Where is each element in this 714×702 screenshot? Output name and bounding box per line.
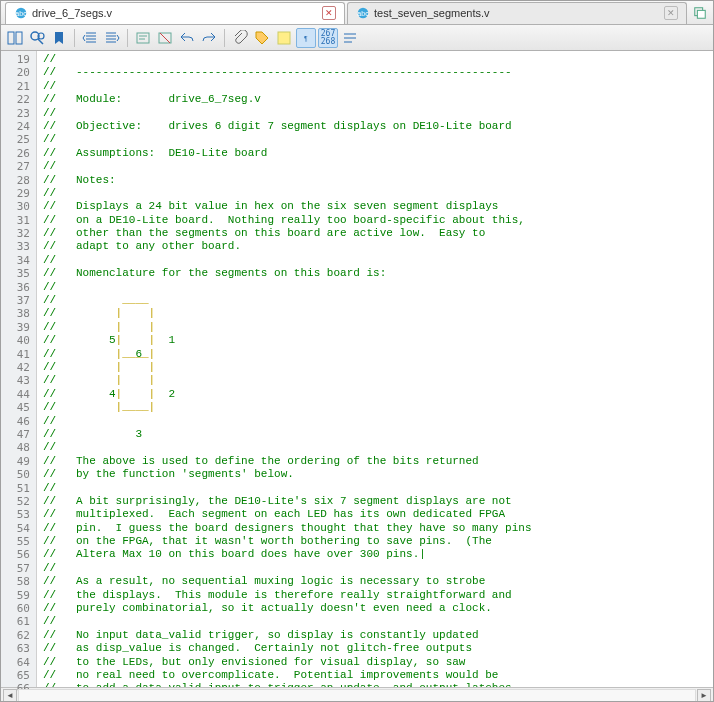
code-line: // Assumptions: DE10-Lite board bbox=[43, 147, 713, 160]
code-line: // No input data_valid trigger, so displ… bbox=[43, 629, 713, 642]
code-line: // Notes: bbox=[43, 174, 713, 187]
line-number: 26 bbox=[1, 147, 36, 160]
code-line: // Altera Max 10 on this board does have… bbox=[43, 548, 713, 561]
line-number: 51 bbox=[1, 482, 36, 495]
code-line: // 4 2 | | bbox=[43, 388, 713, 401]
code-line: // The above is used to define the order… bbox=[43, 455, 713, 468]
line-number: 38 bbox=[1, 307, 36, 320]
code-text-area[interactable]: //// -----------------------------------… bbox=[37, 51, 713, 687]
code-line: // on the FPGA, that it wasn't worth bot… bbox=[43, 535, 713, 548]
code-line: // to the LEDs, but only envisioned for … bbox=[43, 656, 713, 669]
scroll-left-button[interactable]: ◄ bbox=[3, 689, 17, 703]
line-number: 49 bbox=[1, 455, 36, 468]
code-line: // | | bbox=[43, 321, 713, 334]
line-gutter[interactable]: 1920212223242526272829303132333435363738… bbox=[1, 51, 37, 687]
code-line: // no real need to overcomplicate. Poten… bbox=[43, 669, 713, 682]
svg-text:¶: ¶ bbox=[304, 35, 308, 42]
code-line: // 3 bbox=[43, 428, 713, 441]
line-number: 45 bbox=[1, 401, 36, 414]
svg-rect-7 bbox=[16, 32, 22, 44]
code-line: // ____ bbox=[43, 294, 713, 307]
redo-button[interactable] bbox=[199, 28, 219, 48]
line-number: 41 bbox=[1, 348, 36, 361]
line-number: 36 bbox=[1, 281, 36, 294]
line-number: 37 bbox=[1, 294, 36, 307]
code-line: // 6 |____| bbox=[43, 348, 713, 361]
line-number: 43 bbox=[1, 374, 36, 387]
tab-test-seven-segments[interactable]: abc test_seven_segments.v ✕ bbox=[347, 2, 687, 24]
wrap-button[interactable] bbox=[340, 28, 360, 48]
code-line: // bbox=[43, 281, 713, 294]
line-number-button[interactable]: 267 268 bbox=[318, 28, 338, 48]
line-num-bottom: 268 bbox=[321, 38, 335, 46]
whitespace-button[interactable]: ¶ bbox=[296, 28, 316, 48]
code-line: // to add a data_valid input to trigger … bbox=[43, 682, 713, 687]
line-number: 30 bbox=[1, 200, 36, 213]
code-line: // Module: drive_6_7seg.v bbox=[43, 93, 713, 106]
close-icon[interactable]: ✕ bbox=[664, 6, 678, 20]
svg-line-9 bbox=[38, 39, 43, 44]
outdent-button[interactable] bbox=[80, 28, 100, 48]
line-number: 23 bbox=[1, 107, 36, 120]
line-number: 21 bbox=[1, 80, 36, 93]
line-number: 65 bbox=[1, 669, 36, 682]
line-number: 28 bbox=[1, 174, 36, 187]
uncomment-button[interactable] bbox=[155, 28, 175, 48]
tag-button[interactable] bbox=[252, 28, 272, 48]
tab-drive-6-7segs[interactable]: abc drive_6_7segs.v ✕ bbox=[5, 2, 345, 24]
code-line: // the displays. This module is therefor… bbox=[43, 589, 713, 602]
find-button[interactable] bbox=[27, 28, 47, 48]
horizontal-scrollbar[interactable]: ◄ ► bbox=[1, 687, 713, 702]
toggle-split-button[interactable] bbox=[5, 28, 25, 48]
line-number: 59 bbox=[1, 589, 36, 602]
code-line: // | | bbox=[43, 361, 713, 374]
close-icon[interactable]: ✕ bbox=[322, 6, 336, 20]
line-number: 19 bbox=[1, 53, 36, 66]
line-number: 53 bbox=[1, 508, 36, 521]
line-number: 56 bbox=[1, 548, 36, 561]
code-line: // purely combinatorial, so it actually … bbox=[43, 602, 713, 615]
editor-area: 1920212223242526272829303132333435363738… bbox=[1, 51, 713, 687]
comment-button[interactable] bbox=[133, 28, 153, 48]
svg-line-23 bbox=[160, 33, 170, 43]
indent-button[interactable] bbox=[102, 28, 122, 48]
attach-button[interactable] bbox=[230, 28, 250, 48]
code-line: // | | bbox=[43, 307, 713, 320]
line-number: 50 bbox=[1, 468, 36, 481]
line-number: 52 bbox=[1, 495, 36, 508]
code-line: // bbox=[43, 482, 713, 495]
svg-text:abc: abc bbox=[357, 10, 369, 17]
bookmark-button[interactable] bbox=[49, 28, 69, 48]
line-number: 58 bbox=[1, 575, 36, 588]
code-line: // bbox=[43, 187, 713, 200]
code-line: // Displays a 24 bit value in hex on the… bbox=[43, 200, 713, 213]
code-line: // bbox=[43, 615, 713, 628]
undo-button[interactable] bbox=[177, 28, 197, 48]
code-line: // bbox=[43, 562, 713, 575]
line-number: 47 bbox=[1, 428, 36, 441]
line-number: 61 bbox=[1, 615, 36, 628]
code-line: // bbox=[43, 160, 713, 173]
line-number: 42 bbox=[1, 361, 36, 374]
code-line: // |____| bbox=[43, 401, 713, 414]
code-line: // bbox=[43, 53, 713, 66]
line-number: 57 bbox=[1, 562, 36, 575]
line-number: 54 bbox=[1, 522, 36, 535]
line-number: 40 bbox=[1, 334, 36, 347]
file-icon: abc bbox=[356, 6, 370, 20]
line-number: 63 bbox=[1, 642, 36, 655]
code-line: // adapt to any other board. bbox=[43, 240, 713, 253]
editor-toolbar: ¶ 267 268 bbox=[1, 25, 713, 51]
code-line: // As a result, no sequential muxing log… bbox=[43, 575, 713, 588]
svg-rect-6 bbox=[8, 32, 14, 44]
line-number: 39 bbox=[1, 321, 36, 334]
svg-rect-5 bbox=[697, 10, 705, 18]
highlight-button[interactable] bbox=[274, 28, 294, 48]
tab-overflow-button[interactable] bbox=[691, 4, 709, 22]
code-line: // A bit surprisingly, the DE10-Lite's s… bbox=[43, 495, 713, 508]
svg-rect-19 bbox=[137, 33, 149, 43]
code-line: // other than the segments on this board… bbox=[43, 227, 713, 240]
svg-rect-24 bbox=[278, 32, 290, 44]
scroll-track[interactable] bbox=[18, 689, 696, 703]
scroll-right-button[interactable]: ► bbox=[697, 689, 711, 703]
